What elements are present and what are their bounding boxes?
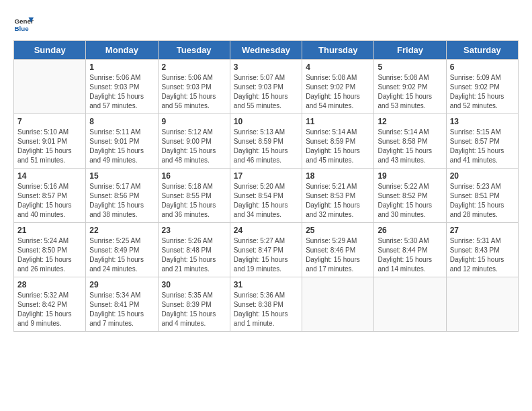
day-number: 9 [162,117,226,126]
calendar-cell: 26Sunrise: 5:30 AM Sunset: 8:44 PM Dayli… [374,223,446,277]
cell-content: Sunrise: 5:15 AM Sunset: 8:57 PM Dayligh… [450,128,515,165]
calendar-cell: 22Sunrise: 5:25 AM Sunset: 8:49 PM Dayli… [86,223,158,277]
cell-content: Sunrise: 5:10 AM Sunset: 9:01 PM Dayligh… [17,128,82,165]
weekday-header-row: SundayMondayTuesdayWednesdayThursdayFrid… [14,41,519,60]
logo-icon: General Blue [13,13,34,34]
cell-content: Sunrise: 5:07 AM Sunset: 9:03 PM Dayligh… [234,73,298,111]
day-number: 6 [450,62,515,72]
calendar-cell: 24Sunrise: 5:27 AM Sunset: 8:47 PM Dayli… [230,223,302,277]
cell-content: Sunrise: 5:17 AM Sunset: 8:56 PM Dayligh… [89,182,154,220]
weekday-header-cell: Friday [374,41,446,60]
day-number: 2 [162,62,226,72]
calendar-cell: 15Sunrise: 5:17 AM Sunset: 8:56 PM Dayli… [86,169,158,223]
cell-content: Sunrise: 5:32 AM Sunset: 8:42 PM Dayligh… [17,291,82,328]
cell-content: Sunrise: 5:36 AM Sunset: 8:38 PM Dayligh… [234,291,298,328]
day-number: 22 [89,226,154,235]
calendar-cell: 14Sunrise: 5:16 AM Sunset: 8:57 PM Dayli… [14,169,86,223]
calendar-body: 1Sunrise: 5:06 AM Sunset: 9:03 PM Daylig… [14,60,519,332]
day-number: 1 [89,62,154,72]
calendar-week-row: 7Sunrise: 5:10 AM Sunset: 9:01 PM Daylig… [14,114,519,169]
calendar-cell: 18Sunrise: 5:21 AM Sunset: 8:53 PM Dayli… [302,169,374,223]
day-number: 7 [17,117,82,126]
cell-content: Sunrise: 5:21 AM Sunset: 8:53 PM Dayligh… [306,182,370,220]
calendar-week-row: 14Sunrise: 5:16 AM Sunset: 8:57 PM Dayli… [14,169,519,223]
day-number: 5 [378,62,442,72]
weekday-header-cell: Thursday [302,41,374,60]
calendar-cell: 27Sunrise: 5:31 AM Sunset: 8:43 PM Dayli… [446,223,518,277]
calendar-cell: 20Sunrise: 5:23 AM Sunset: 8:51 PM Dayli… [446,169,518,223]
calendar-cell: 8Sunrise: 5:11 AM Sunset: 9:01 PM Daylig… [86,114,158,169]
cell-content: Sunrise: 5:35 AM Sunset: 8:39 PM Dayligh… [162,291,226,328]
day-number: 15 [89,171,154,181]
day-number: 19 [378,171,442,181]
cell-content: Sunrise: 5:12 AM Sunset: 9:00 PM Dayligh… [162,128,226,165]
cell-content: Sunrise: 5:20 AM Sunset: 8:54 PM Dayligh… [234,182,298,220]
calendar-cell: 7Sunrise: 5:10 AM Sunset: 9:01 PM Daylig… [14,114,86,169]
weekday-header-cell: Wednesday [230,41,302,60]
calendar-cell: 2Sunrise: 5:06 AM Sunset: 9:03 PM Daylig… [158,60,230,114]
calendar-cell: 12Sunrise: 5:14 AM Sunset: 8:58 PM Dayli… [374,114,446,169]
day-number: 16 [162,171,226,181]
calendar-cell: 13Sunrise: 5:15 AM Sunset: 8:57 PM Dayli… [446,114,518,169]
day-number: 28 [17,280,82,289]
calendar-cell: 17Sunrise: 5:20 AM Sunset: 8:54 PM Dayli… [230,169,302,223]
calendar-cell: 19Sunrise: 5:22 AM Sunset: 8:52 PM Dayli… [374,169,446,223]
cell-content: Sunrise: 5:29 AM Sunset: 8:46 PM Dayligh… [306,236,370,274]
calendar-cell: 5Sunrise: 5:08 AM Sunset: 9:02 PM Daylig… [374,60,446,114]
svg-text:Blue: Blue [15,25,30,32]
cell-content: Sunrise: 5:25 AM Sunset: 8:49 PM Dayligh… [89,236,154,274]
calendar-cell: 31Sunrise: 5:36 AM Sunset: 8:38 PM Dayli… [230,277,302,332]
calendar-cell: 29Sunrise: 5:34 AM Sunset: 8:41 PM Dayli… [86,277,158,332]
cell-content: Sunrise: 5:14 AM Sunset: 8:59 PM Dayligh… [306,128,370,165]
day-number: 26 [378,226,442,235]
calendar-week-row: 21Sunrise: 5:24 AM Sunset: 8:50 PM Dayli… [14,223,519,277]
calendar-cell: 25Sunrise: 5:29 AM Sunset: 8:46 PM Dayli… [302,223,374,277]
cell-content: Sunrise: 5:13 AM Sunset: 8:59 PM Dayligh… [234,128,298,165]
day-number: 31 [234,280,298,289]
calendar-week-row: 28Sunrise: 5:32 AM Sunset: 8:42 PM Dayli… [14,277,519,332]
day-number: 17 [234,171,298,181]
calendar-cell: 10Sunrise: 5:13 AM Sunset: 8:59 PM Dayli… [230,114,302,169]
logo: General Blue [13,13,34,34]
day-number: 11 [306,117,370,126]
weekday-header-cell: Sunday [14,41,86,60]
calendar-cell: 23Sunrise: 5:26 AM Sunset: 8:48 PM Dayli… [158,223,230,277]
weekday-header-cell: Monday [86,41,158,60]
cell-content: Sunrise: 5:34 AM Sunset: 8:41 PM Dayligh… [89,291,154,328]
day-number: 20 [450,171,515,181]
day-number: 29 [89,280,154,289]
cell-content: Sunrise: 5:06 AM Sunset: 9:03 PM Dayligh… [89,73,154,111]
cell-content: Sunrise: 5:18 AM Sunset: 8:55 PM Dayligh… [162,182,226,220]
day-number: 18 [306,171,370,181]
cell-content: Sunrise: 5:09 AM Sunset: 9:02 PM Dayligh… [450,73,515,111]
cell-content: Sunrise: 5:06 AM Sunset: 9:03 PM Dayligh… [162,73,226,111]
day-number: 25 [306,226,370,235]
day-number: 24 [234,226,298,235]
weekday-header-cell: Tuesday [158,41,230,60]
cell-content: Sunrise: 5:27 AM Sunset: 8:47 PM Dayligh… [234,236,298,274]
calendar-cell: 11Sunrise: 5:14 AM Sunset: 8:59 PM Dayli… [302,114,374,169]
cell-content: Sunrise: 5:24 AM Sunset: 8:50 PM Dayligh… [17,236,82,274]
cell-content: Sunrise: 5:26 AM Sunset: 8:48 PM Dayligh… [162,236,226,274]
day-number: 30 [162,280,226,289]
day-number: 14 [17,171,82,181]
day-number: 23 [162,226,226,235]
day-number: 27 [450,226,515,235]
day-number: 8 [89,117,154,126]
calendar-cell: 9Sunrise: 5:12 AM Sunset: 9:00 PM Daylig… [158,114,230,169]
calendar-week-row: 1Sunrise: 5:06 AM Sunset: 9:03 PM Daylig… [14,60,519,114]
calendar-cell [374,277,446,332]
calendar-cell [14,60,86,114]
day-number: 3 [234,62,298,72]
calendar-cell: 21Sunrise: 5:24 AM Sunset: 8:50 PM Dayli… [14,223,86,277]
day-number: 21 [17,226,82,235]
calendar-cell: 1Sunrise: 5:06 AM Sunset: 9:03 PM Daylig… [86,60,158,114]
calendar-cell: 28Sunrise: 5:32 AM Sunset: 8:42 PM Dayli… [14,277,86,332]
cell-content: Sunrise: 5:14 AM Sunset: 8:58 PM Dayligh… [378,128,442,165]
day-number: 13 [450,117,515,126]
calendar-table: SundayMondayTuesdayWednesdayThursdayFrid… [13,40,519,332]
cell-content: Sunrise: 5:31 AM Sunset: 8:43 PM Dayligh… [450,236,515,274]
day-number: 10 [234,117,298,126]
calendar-cell: 4Sunrise: 5:08 AM Sunset: 9:02 PM Daylig… [302,60,374,114]
calendar-cell: 30Sunrise: 5:35 AM Sunset: 8:39 PM Dayli… [158,277,230,332]
